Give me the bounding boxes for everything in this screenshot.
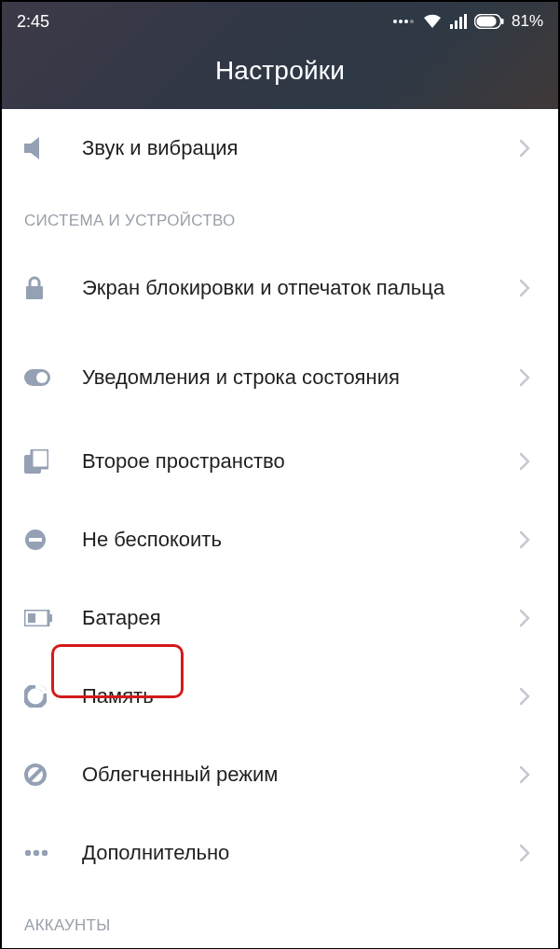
svg-rect-5 <box>455 21 458 29</box>
row-label: Не беспокоить <box>65 527 513 553</box>
row-lite-mode[interactable]: Облегченный режим <box>2 736 558 814</box>
battery-percent: 81% <box>512 12 543 31</box>
row-storage[interactable]: Память <box>2 657 558 736</box>
section-accounts: АККАУНТЫ <box>2 892 558 948</box>
row-label: Уведомления и строка состояния <box>65 364 513 391</box>
signal-icon <box>450 14 467 29</box>
svg-rect-7 <box>464 14 467 29</box>
svg-point-1 <box>399 20 403 23</box>
svg-rect-20 <box>28 613 35 623</box>
svg-point-24 <box>25 850 31 856</box>
status-time: 2:45 <box>17 12 49 32</box>
svg-point-25 <box>34 850 39 856</box>
chevron-right-icon <box>513 765 536 784</box>
chevron-right-icon <box>513 139 536 158</box>
chevron-right-icon <box>513 452 536 471</box>
row-label: Экран блокировки и отпечаток пальца <box>65 275 513 301</box>
svg-rect-9 <box>501 19 504 24</box>
svg-rect-6 <box>459 17 462 29</box>
volume-icon <box>24 137 65 159</box>
row-lockscreen-fingerprint[interactable]: Экран блокировки и отпечаток пальца <box>2 243 558 333</box>
svg-rect-17 <box>29 538 42 542</box>
row-label: Память <box>65 683 513 709</box>
row-additional[interactable]: Дополнительно <box>2 814 558 892</box>
svg-point-2 <box>404 20 408 23</box>
svg-line-23 <box>29 768 42 781</box>
svg-rect-4 <box>450 24 453 29</box>
row-label: Звук и вибрация <box>65 135 513 161</box>
chevron-right-icon <box>513 279 536 297</box>
svg-point-26 <box>42 850 48 856</box>
chevron-right-icon <box>513 609 536 627</box>
svg-rect-15 <box>32 449 48 468</box>
battery-icon <box>474 14 504 29</box>
battery-icon <box>24 610 65 626</box>
row-sound-vibration[interactable]: Звук и вибрация <box>2 109 558 187</box>
svg-rect-19 <box>49 614 52 622</box>
row-label: Второе пространство <box>65 448 513 474</box>
row-battery[interactable]: Батарея <box>2 579 558 657</box>
svg-rect-11 <box>26 286 43 299</box>
svg-rect-18 <box>24 610 48 626</box>
settings-list[interactable]: Звук и вибрация СИСТЕМА И УСТРОЙСТВО Экр… <box>2 109 558 948</box>
svg-point-0 <box>393 20 397 23</box>
row-notifications-statusbar[interactable]: Уведомления и строка состояния <box>2 333 558 422</box>
cellular-dots-icon <box>392 15 415 28</box>
page-title: Настройки <box>215 56 345 86</box>
settings-header: 2:45 <box>2 2 558 109</box>
row-label: Батарея <box>65 605 513 631</box>
svg-point-3 <box>410 20 414 23</box>
title-bar: Настройки <box>2 34 558 108</box>
blocked-icon <box>24 763 65 786</box>
chevron-right-icon <box>513 844 536 862</box>
toggle-icon <box>24 369 65 386</box>
storage-icon <box>24 685 65 708</box>
chevron-right-icon <box>513 368 536 387</box>
lock-icon <box>24 276 65 300</box>
row-label: Облегченный режим <box>65 762 513 788</box>
chevron-right-icon <box>513 687 536 706</box>
second-space-icon <box>24 449 65 474</box>
wifi-icon <box>422 14 443 29</box>
section-system-device: СИСТЕМА И УСТРОЙСТВО <box>2 187 558 243</box>
row-label: Дополнительно <box>65 840 513 866</box>
more-icon <box>24 849 65 857</box>
svg-rect-10 <box>476 17 496 27</box>
status-bar: 2:45 <box>2 2 558 34</box>
svg-point-13 <box>36 372 48 383</box>
row-second-space[interactable]: Второе пространство <box>2 422 558 501</box>
chevron-right-icon <box>513 530 536 549</box>
status-right: 81% <box>392 12 543 31</box>
dnd-icon <box>24 529 65 551</box>
row-do-not-disturb[interactable]: Не беспокоить <box>2 501 558 579</box>
